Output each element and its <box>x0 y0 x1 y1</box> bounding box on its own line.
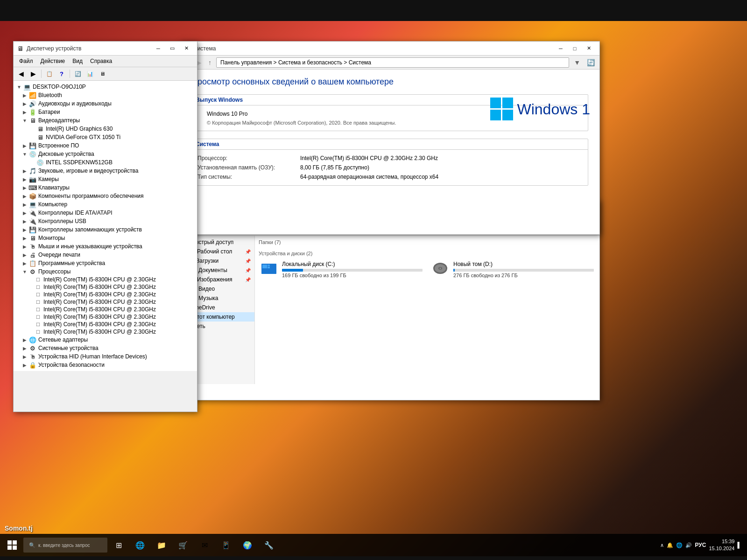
tray-volume[interactable]: 🔊 <box>685 542 692 548</box>
edge-button[interactable]: 🌐 <box>130 535 150 555</box>
addr-up[interactable]: ↑ <box>206 58 213 67</box>
tree-software[interactable]: ▶ 📦 Компоненты программного обеспечения <box>14 192 197 200</box>
tree-sysdev[interactable]: ▶ ⚙ Системные устройства <box>14 344 197 352</box>
toolbar-more1[interactable]: 📊 <box>85 69 96 79</box>
drive-c[interactable]: Локальный диск (C:) 169 ГБ свободно из 1… <box>259 259 424 281</box>
tree-audio[interactable]: ▶ 🔊 Аудиовходы и аудиовыходы <box>14 99 197 108</box>
minimize-button[interactable]: ─ <box>151 44 165 53</box>
drive-d[interactable]: Новый том (D:) 276 ГБ свободно из 276 ГБ <box>430 259 596 281</box>
toolbar-forward[interactable]: ▶ <box>28 69 39 79</box>
file-explorer-button[interactable]: 📁 <box>151 535 172 555</box>
toolbar-back[interactable]: ◀ <box>15 69 27 79</box>
tree-computer[interactable]: ▶ 💻 Компьютер <box>14 200 197 209</box>
menu-view[interactable]: Вид <box>69 56 86 66</box>
task-view-button[interactable]: ⊞ <box>108 535 129 555</box>
menu-file[interactable]: Файл <box>15 56 37 66</box>
tree-security[interactable]: ▶ 🔒 Устройства безопасности <box>14 361 197 369</box>
store-icon: 🛒 <box>178 541 188 550</box>
drive-c-icon <box>261 261 277 279</box>
nvidia-gpu-icon: 🖥 <box>36 133 44 141</box>
tree-network[interactable]: ▶ 🌐 Сетевые адаптеры <box>14 336 197 344</box>
toolbar-more2[interactable]: 🖥 <box>97 69 108 79</box>
tree-cpu-4[interactable]: ☐ Intel(R) Core(TM) i5-8300H CPU @ 2.30G… <box>14 306 197 313</box>
tree-ssd[interactable]: 💿 INTEL SSDPEKNW512GB <box>14 158 197 167</box>
tree-monitors[interactable]: ▶ 🖥 Мониторы <box>14 234 197 242</box>
tree-intel-gpu[interactable]: 🖥 Intel(R) UHD Graphics 630 <box>14 125 197 133</box>
procs-icon: ⚙ <box>28 268 37 275</box>
tree-disks[interactable]: ▼ 💿 Дисковые устройства <box>14 150 197 158</box>
tree-nvidia-gpu[interactable]: 🖥 NVIDIA GeForce GTX 1050 Ti <box>14 133 197 141</box>
nvidia-gpu-label: NVIDIA GeForce GTX 1050 Ti <box>46 134 120 140</box>
sysinfo-close[interactable]: ✕ <box>582 44 596 53</box>
systemtype-value: 64-разрядная операционная система, проце… <box>300 174 582 180</box>
storage-label: Контроллеры запоминающих устройств <box>38 226 142 233</box>
tree-batteries[interactable]: ▶ 🔋 Батареи <box>14 108 197 116</box>
taskbar-search-box[interactable]: 🔍 к. введите здесь запрос <box>23 538 107 553</box>
tree-swdevices[interactable]: ▶ 📋 Программные устройства <box>14 259 197 267</box>
tree-sound[interactable]: ▶ 🎵 Звуковые, игровые и видеоустройства <box>14 167 197 175</box>
restore-button[interactable]: ▭ <box>165 44 179 53</box>
taskbar-right: ∧ 🔔 🌐 🔊 РУС 15:39 15.10.2024 ▌ <box>660 538 745 553</box>
store-button[interactable]: 🛒 <box>173 535 193 555</box>
tree-storage[interactable]: ▶ 💾 Контроллеры запоминающих устройств <box>14 225 197 234</box>
tree-hid[interactable]: ▶ 🖱 Устройства HID (Human Interface Devi… <box>14 352 197 361</box>
explorer-body: ★ Быстрый доступ 🖥 Рабочий стол 📌 ⬇ Загр… <box>180 236 599 384</box>
sysinfo-minimize[interactable]: ─ <box>554 44 568 53</box>
taskbar-left: 🔍 к. введите здесь запрос ⊞ 🌐 📁 🛒 ✉ 📱 🌍 <box>2 535 660 555</box>
mail-button[interactable]: ✉ <box>194 535 215 555</box>
monitor-bottom-bezel <box>0 556 747 560</box>
browser2-button[interactable]: 🌍 <box>237 535 258 555</box>
firmware-icon: 💾 <box>28 142 37 149</box>
sysinfo-maximize[interactable]: □ <box>568 44 582 53</box>
drives-section-label: Устройства и диски (2) <box>259 251 312 256</box>
start-button[interactable] <box>2 535 22 555</box>
tree-usb[interactable]: ▶ 🔌 Контроллеры USB <box>14 217 197 225</box>
tree-cpu-7[interactable]: ☐ Intel(R) Core(TM) i5-8300H CPU @ 2.30G… <box>14 328 197 336</box>
show-desktop-button[interactable]: ▌ <box>737 542 741 548</box>
toolbar-help[interactable]: ? <box>56 69 67 79</box>
tray-globe[interactable]: 🌐 <box>676 542 683 548</box>
tree-cpu-3[interactable]: ☐ Intel(R) Core(TM) i5-8300H CPU @ 2.30G… <box>14 298 197 306</box>
tree-cpu-1[interactable]: ☐ Intel(R) Core(TM) i5-8300H CPU @ 2.30G… <box>14 283 197 291</box>
menu-action[interactable]: Действие <box>37 56 69 66</box>
toolbar-properties[interactable]: 📋 <box>44 69 55 79</box>
sysinfo-addressbar: ◀ ▶ ↑ Панель управления > Система и безо… <box>180 56 599 70</box>
tree-bluetooth[interactable]: ▶ 📶 Bluetooth <box>14 91 197 99</box>
menu-help[interactable]: Справка <box>86 56 116 66</box>
tree-root-computer[interactable]: ▼ 💻 DESKTOP-O9OJ10P <box>14 83 197 91</box>
tray-notification[interactable]: 🔔 <box>667 542 673 548</box>
clock-time: 15:39 <box>709 538 734 545</box>
computer-node-label: Компьютер <box>38 201 67 208</box>
ram-label: Установленная память (ОЗУ): <box>197 164 300 171</box>
tree-video[interactable]: ▼ 🖥 Видеоадаптеры <box>14 116 197 125</box>
tree-cpu-2[interactable]: ☐ Intel(R) Core(TM) i5-8300H CPU @ 2.30G… <box>14 291 197 298</box>
tree-cpu-0[interactable]: ☐ Intel(R) Core(TM) i5-8300H CPU @ 2.30G… <box>14 276 197 283</box>
addr-dropdown[interactable]: ▼ <box>572 58 582 67</box>
addr-refresh[interactable]: 🔄 <box>585 58 597 67</box>
tree-ide[interactable]: ▶ 🔌 Контроллеры IDE ATA/ATAPI <box>14 209 197 217</box>
close-button[interactable]: ✕ <box>179 44 193 53</box>
system-clock[interactable]: 15:39 15.10.2024 <box>709 538 734 553</box>
apps-button[interactable]: 📱 <box>216 535 236 555</box>
tree-cpu-6[interactable]: ☐ Intel(R) Core(TM) i5-8300H CPU @ 2.30G… <box>14 321 197 328</box>
cpu0-box: ☐ <box>36 277 43 282</box>
tree-cpu-5[interactable]: ☐ Intel(R) Core(TM) i5-8300H CPU @ 2.30G… <box>14 313 197 321</box>
tree-keyboards[interactable]: ▶ ⌨ Клавиатуры <box>14 183 197 192</box>
tools-button[interactable]: 🔧 <box>259 535 279 555</box>
toolbar-refresh[interactable]: 🔄 <box>72 69 84 79</box>
drive-d-bar-fill <box>453 269 455 272</box>
tree-mice[interactable]: ▶ 🖱 Мыши и иные указывающие устройства <box>14 242 197 251</box>
address-path[interactable]: Панель управления > Система и безопаснос… <box>216 57 569 68</box>
tree-print[interactable]: ▶ 🖨 Очереди печати <box>14 251 197 259</box>
language-indicator[interactable]: РУС <box>695 542 706 548</box>
tray-expand[interactable]: ∧ <box>660 542 664 548</box>
cpu7-label: Intel(R) Core(TM) i5-8300H CPU @ 2.30GHz <box>43 329 156 335</box>
tree-firmware[interactable]: ▶ 💾 Встроенное ПО <box>14 141 197 150</box>
music-label: Музыка <box>198 295 218 301</box>
pictures-pin: 📌 <box>245 277 251 282</box>
system-section-box: Система Процессор: Intel(R) Core(TM) i5-… <box>191 139 588 186</box>
tree-cameras[interactable]: ▶ 📷 Камеры <box>14 175 197 183</box>
taskbar-search-icon: 🔍 <box>29 542 35 548</box>
device-manager-icon: 🖥 <box>17 45 24 52</box>
tree-procs[interactable]: ▼ ⚙ Процессоры <box>14 267 197 276</box>
